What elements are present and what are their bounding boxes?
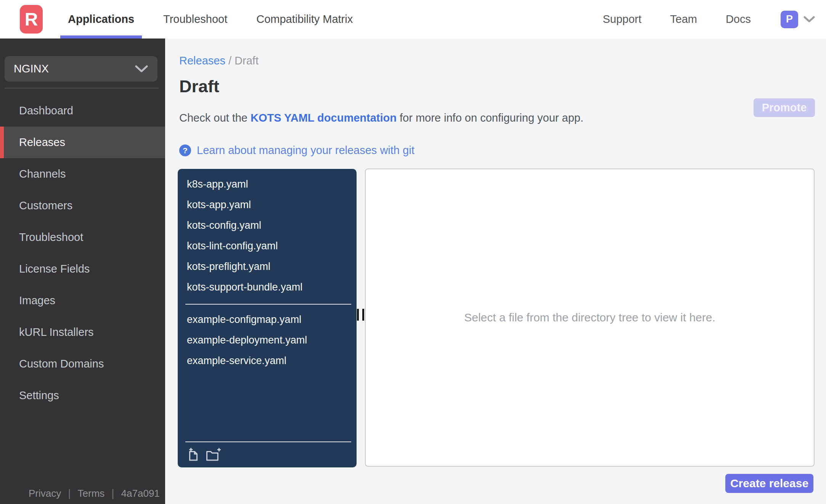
file-tree-item[interactable]: kots-lint-config.yaml: [178, 236, 357, 256]
breadcrumb-separator: /: [228, 55, 235, 67]
git-help-row: ? Learn about managing your releases wit…: [179, 144, 415, 157]
vendor-portal-screen: R Applications Troubleshoot Compatibilit…: [0, 0, 826, 504]
file-tree-item[interactable]: example-configmap.yaml: [178, 309, 357, 330]
sidebar-item-images[interactable]: Images: [0, 285, 165, 316]
file-tree-list: k8s-app.yaml kots-app.yaml kots-config.y…: [178, 169, 357, 371]
nav-link-team[interactable]: Team: [670, 13, 697, 26]
sidebar-item-custom-domains[interactable]: Custom Domains: [0, 348, 165, 380]
build-version: 4a7a091: [121, 488, 160, 499]
description-suffix: for more info on configuring your app.: [397, 112, 583, 124]
tab-applications[interactable]: Applications: [60, 0, 142, 39]
sidebar-footer: Privacy | Terms | 4a7a091: [29, 487, 160, 499]
file-tree-item[interactable]: kots-config.yaml: [178, 215, 357, 236]
file-tree-item[interactable]: kots-app.yaml: [178, 194, 357, 215]
sidebar-nav: Dashboard Releases Channels Customers Tr…: [0, 95, 165, 411]
breadcrumb-releases-link[interactable]: Releases: [179, 55, 225, 67]
sidebar-divider: [5, 88, 159, 88]
sidebar-item-dashboard[interactable]: Dashboard: [0, 95, 165, 127]
primary-nav-tabs: Applications Troubleshoot Compatibility …: [60, 0, 374, 39]
sidebar-item-license-fields[interactable]: License Fields: [0, 253, 165, 285]
app-selector-dropdown[interactable]: NGINX: [5, 56, 157, 82]
footer-separator: |: [68, 487, 71, 499]
question-circle-icon: ?: [179, 144, 191, 156]
sidebar-item-troubleshoot[interactable]: Troubleshoot: [0, 222, 165, 253]
page-title: Draft: [179, 77, 219, 96]
sidebar: NGINX Dashboard Releases Channels Custom…: [0, 39, 165, 504]
avatar[interactable]: P: [781, 11, 798, 28]
file-tree-footer: [185, 441, 351, 467]
panel-resize-handle[interactable]: [362, 309, 364, 321]
panel-resize-handle[interactable]: [357, 309, 359, 321]
sidebar-item-releases[interactable]: Releases: [0, 127, 165, 158]
app-selector-value: NGINX: [14, 63, 135, 75]
create-release-button[interactable]: Create release: [725, 474, 813, 493]
terms-link[interactable]: Terms: [78, 488, 105, 499]
privacy-link[interactable]: Privacy: [29, 488, 61, 499]
file-tree-item[interactable]: k8s-app.yaml: [178, 174, 357, 194]
sidebar-item-channels[interactable]: Channels: [0, 158, 165, 190]
main-content: Releases / Draft Draft Check out the KOT…: [165, 39, 826, 504]
breadcrumb: Releases / Draft: [179, 55, 259, 67]
page-description: Check out the KOTS YAML documentation fo…: [179, 112, 583, 124]
git-releases-help-link[interactable]: Learn about managing your releases with …: [197, 144, 415, 157]
tab-troubleshoot[interactable]: Troubleshoot: [156, 0, 235, 39]
file-viewer-panel: Select a file from the directory tree to…: [365, 169, 815, 467]
footer-separator: |: [111, 487, 114, 499]
file-tree-panel: k8s-app.yaml kots-app.yaml kots-config.y…: [178, 169, 357, 467]
breadcrumb-current: Draft: [235, 55, 259, 67]
file-tree-item[interactable]: kots-preflight.yaml: [178, 256, 357, 277]
new-file-icon[interactable]: [187, 447, 200, 462]
replicated-logo[interactable]: R: [20, 5, 43, 34]
file-viewer-placeholder: Select a file from the directory tree to…: [464, 311, 715, 324]
new-folder-icon[interactable]: [206, 447, 221, 462]
file-tree-item[interactable]: example-service.yaml: [178, 350, 357, 371]
tab-compatibility-matrix[interactable]: Compatibility Matrix: [249, 0, 360, 39]
chevron-down-icon: [135, 65, 148, 73]
file-tree-item[interactable]: example-deployment.yaml: [178, 330, 357, 350]
sidebar-item-settings[interactable]: Settings: [0, 380, 165, 411]
nav-link-docs[interactable]: Docs: [726, 13, 751, 26]
sidebar-item-customers[interactable]: Customers: [0, 190, 165, 222]
description-prefix: Check out the: [179, 112, 251, 124]
nav-link-support[interactable]: Support: [603, 13, 641, 26]
file-tree-divider: [185, 304, 351, 305]
promote-button[interactable]: Promote: [754, 98, 815, 117]
top-nav-right: Support Team Docs P: [574, 0, 815, 39]
sidebar-item-kurl-installers[interactable]: kURL Installers: [0, 316, 165, 348]
kots-yaml-docs-link[interactable]: KOTS YAML documentation: [251, 112, 397, 124]
chevron-down-icon[interactable]: [804, 16, 815, 23]
top-nav: R Applications Troubleshoot Compatibilit…: [0, 0, 826, 39]
file-tree-item[interactable]: kots-support-bundle.yaml: [178, 277, 357, 297]
